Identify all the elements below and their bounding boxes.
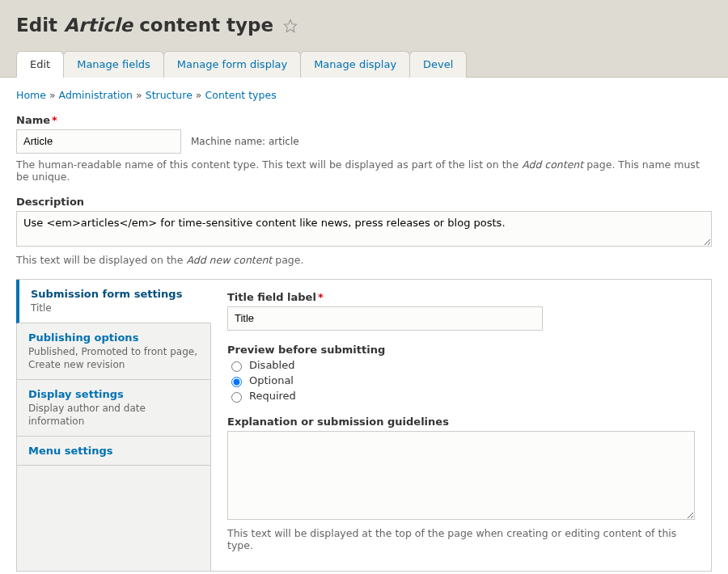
name-help: The human-readable name of this content … [16, 158, 712, 183]
breadcrumb-link[interactable]: Home [16, 89, 46, 101]
machine-name-label: Machine name: article [191, 136, 299, 147]
star-icon[interactable] [283, 16, 298, 37]
guidelines-help: This text will be displayed at the top o… [227, 527, 695, 551]
tab-edit[interactable]: Edit [16, 51, 64, 78]
preview-label: Preview before submitting [227, 344, 695, 356]
guidelines-label: Explanation or submission guidelines [227, 416, 695, 428]
preview-option-disabled[interactable]: Disabled [227, 359, 695, 372]
vtab-display-settings[interactable]: Display settingsDisplay author and date … [17, 380, 210, 437]
name-label: Name* [16, 114, 712, 126]
title-field-input[interactable] [227, 306, 543, 331]
title-field-label: Title field label* [227, 291, 695, 303]
radio-input[interactable] [231, 392, 242, 403]
breadcrumb-link[interactable]: Administration [59, 89, 133, 101]
svg-marker-0 [285, 19, 297, 32]
vtab-publishing-options[interactable]: Publishing optionsPublished, Promoted to… [17, 323, 210, 380]
radio-input[interactable] [231, 361, 242, 372]
breadcrumb-link[interactable]: Structure [146, 89, 193, 101]
vtab-menu-settings[interactable]: Menu settings [17, 437, 210, 466]
tab-devel[interactable]: Devel [409, 51, 467, 78]
guidelines-textarea[interactable] [227, 431, 695, 520]
vtab-submission-form-settings[interactable]: Submission form settingsTitle [16, 280, 211, 323]
preview-option-required[interactable]: Required [227, 390, 695, 403]
page-title: Edit Article content type [16, 15, 712, 37]
breadcrumb-link[interactable]: Content types [205, 89, 277, 101]
description-help: This text will be displayed on the Add n… [16, 254, 712, 266]
radio-input[interactable] [231, 377, 242, 387]
description-label: Description [16, 196, 712, 208]
description-textarea[interactable]: Use <em>articles</em> for time-sensitive… [16, 211, 712, 247]
tab-manage-fields[interactable]: Manage fields [63, 51, 164, 78]
name-input[interactable] [16, 129, 181, 154]
required-icon: * [318, 291, 324, 303]
tab-manage-display[interactable]: Manage display [300, 51, 410, 78]
required-icon: * [52, 114, 57, 126]
preview-option-optional[interactable]: Optional [227, 374, 695, 387]
tab-manage-form-display[interactable]: Manage form display [163, 51, 301, 78]
breadcrumb: Home»Administration»Structure»Content ty… [16, 89, 712, 101]
